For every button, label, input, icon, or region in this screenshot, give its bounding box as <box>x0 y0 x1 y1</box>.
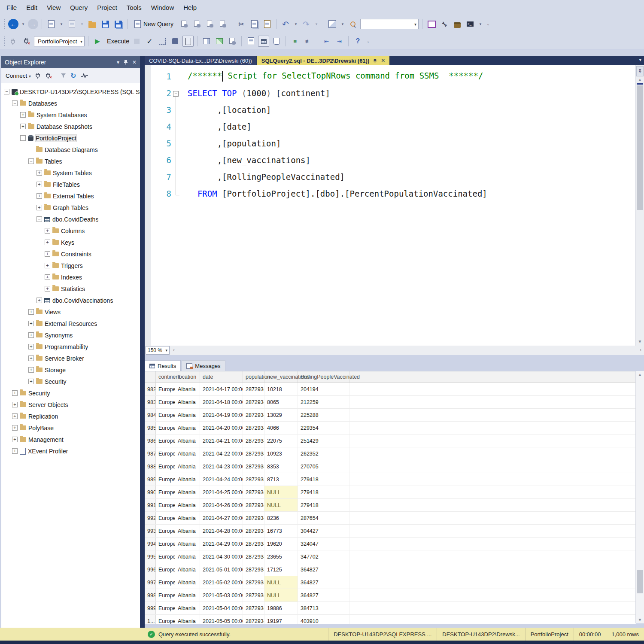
data-cell[interactable]: Albania <box>175 538 200 550</box>
data-cell[interactable]: 2021-04-28 00:00:00.000 <box>200 525 243 537</box>
data-cell[interactable]: NULL <box>264 499 298 511</box>
data-cell[interactable]: 2872934 <box>243 422 264 434</box>
column-header-continent[interactable]: continent <box>156 371 175 383</box>
tree-item-triggers[interactable]: +Triggers <box>1 260 140 271</box>
data-cell[interactable]: 2872934 <box>243 486 264 498</box>
expand-icon[interactable]: + <box>45 228 50 234</box>
results-to-text-icon[interactable] <box>245 36 256 47</box>
data-cell[interactable]: 304427 <box>298 525 349 537</box>
data-cell[interactable]: 2872934 <box>243 576 264 589</box>
data-cell[interactable]: 2021-04-19 00:00:00.000 <box>200 409 243 421</box>
toolbar-grip[interactable] <box>3 19 6 29</box>
row-number-cell[interactable]: 993 <box>145 525 156 537</box>
scroll-down-icon[interactable]: ▼ <box>636 617 644 622</box>
expand-icon[interactable]: + <box>45 263 50 268</box>
column-header-population[interactable]: population <box>243 371 264 383</box>
tree-item-portfolioproject[interactable]: −PortfolioProject <box>1 132 140 144</box>
toolbar-overflow-icon[interactable]: ⌄ <box>365 36 371 47</box>
row-number-cell[interactable]: 999 <box>145 602 156 614</box>
increase-indent-icon[interactable]: ⇥ <box>334 36 345 47</box>
add-item-dropdown-icon[interactable]: ▾ <box>79 18 85 30</box>
menu-query[interactable]: Query <box>65 1 92 14</box>
data-cell[interactable]: 2021-05-02 00:00:00.000 <box>200 576 243 589</box>
data-cell[interactable]: 364827 <box>298 576 349 589</box>
row-number-cell[interactable]: 996 <box>145 563 156 576</box>
tree-item-service-broker[interactable]: +Service Broker <box>1 352 140 364</box>
data-cell[interactable]: 2021-04-27 00:00:00.000 <box>200 512 243 524</box>
tree-item-filetables[interactable]: +FileTables <box>1 179 140 190</box>
row-number-cell[interactable]: 982 <box>145 383 156 395</box>
data-cell[interactable]: 2872934 <box>243 525 264 537</box>
menu-help[interactable]: Help <box>179 1 201 14</box>
tree-item-constraints[interactable]: +Constraints <box>1 248 140 260</box>
find-combobox[interactable]: ▾ <box>360 19 419 29</box>
data-cell[interactable]: 2872934 <box>243 383 264 395</box>
activity-dropdown-icon[interactable]: ▾ <box>340 18 346 30</box>
data-cell[interactable]: Europe <box>156 615 175 624</box>
data-cell[interactable]: 2021-05-05 00:00:00.000 <box>200 615 243 624</box>
expand-icon[interactable]: + <box>28 367 34 373</box>
tree-item-system-tables[interactable]: +System Tables <box>1 167 140 179</box>
row-number-cell[interactable]: 986 <box>145 434 156 447</box>
tree-item-external-resources[interactable]: +External Resources <box>1 318 140 329</box>
data-cell[interactable]: 8236 <box>264 512 298 524</box>
data-cell[interactable]: 8713 <box>264 473 298 486</box>
expand-icon[interactable]: + <box>12 402 18 407</box>
menu-file[interactable]: File <box>2 1 21 14</box>
data-cell[interactable]: Albania <box>175 512 200 524</box>
data-cell[interactable]: 10923 <box>264 447 298 460</box>
data-cell[interactable]: 2021-04-29 00:00:00.000 <box>200 538 243 550</box>
data-cell[interactable]: 16773 <box>264 525 298 537</box>
data-cell[interactable]: 2872934 <box>243 473 264 486</box>
row-number-cell[interactable]: 987 <box>145 447 156 460</box>
comment-selection-icon[interactable]: ≡ <box>289 36 301 47</box>
expand-icon[interactable]: + <box>45 240 50 245</box>
data-cell[interactable]: 19197 <box>264 615 298 624</box>
data-cell[interactable]: 279418 <box>298 486 349 498</box>
zoom-selector[interactable]: 150 % ▾ <box>146 346 170 355</box>
expand-icon[interactable]: + <box>36 298 42 303</box>
add-item-button[interactable] <box>66 18 77 30</box>
connect-object-icon[interactable] <box>35 73 41 79</box>
data-cell[interactable]: Europe <box>156 409 175 421</box>
row-number-cell[interactable]: 998 <box>145 589 156 601</box>
data-cell[interactable]: 2872934 <box>243 602 264 614</box>
data-cell[interactable]: 2021-04-17 00:00:00.000 <box>200 383 243 395</box>
data-cell[interactable]: 279418 <box>298 473 349 486</box>
tree-item-keys[interactable]: +Keys <box>1 237 140 248</box>
expand-icon[interactable]: + <box>12 413 18 419</box>
collapse-icon[interactable]: − <box>28 158 34 164</box>
pin-icon[interactable] <box>373 58 377 63</box>
editor-hscrollbar[interactable]: ‹ › <box>170 346 644 355</box>
data-cell[interactable]: 364827 <box>298 589 349 601</box>
data-cell[interactable]: 324047 <box>298 538 349 550</box>
data-cell[interactable]: 262352 <box>298 447 349 460</box>
tree-item-desktop-u143dp2-sqlexpress-sql-server-15[interactable]: −DESKTOP-U143DP2\SQLEXPRESS (SQL Server … <box>1 86 140 97</box>
column-header-new-vaccinations[interactable]: new_vaccinations <box>264 371 298 383</box>
data-cell[interactable]: 10218 <box>264 383 298 395</box>
data-cell[interactable]: Albania <box>175 460 200 473</box>
navigate-forward-button[interactable]: → <box>28 19 38 29</box>
data-cell[interactable]: 251429 <box>298 434 349 447</box>
data-cell[interactable]: 347702 <box>298 550 349 563</box>
menu-edit[interactable]: Edit <box>21 1 42 14</box>
expand-icon[interactable]: + <box>45 251 50 257</box>
data-cell[interactable]: 2021-04-25 00:00:00.000 <box>200 486 243 498</box>
wrench-icon[interactable]: 🔧︎ <box>439 18 450 30</box>
tree-item-security[interactable]: +Security <box>1 376 140 387</box>
data-cell[interactable]: 225288 <box>298 409 349 421</box>
tree-item-xevent-profiler[interactable]: +XEvent Profiler <box>1 445 140 457</box>
results-to-grid-icon[interactable] <box>258 36 269 47</box>
row-number-cell[interactable]: 988 <box>145 460 156 473</box>
decrease-indent-icon[interactable]: ⇤ <box>321 36 332 47</box>
data-cell[interactable]: 2021-04-30 00:00:00.000 <box>200 550 243 563</box>
expand-icon[interactable]: + <box>12 448 18 454</box>
collapse-icon[interactable]: − <box>12 100 18 106</box>
data-cell[interactable]: 2872934 <box>243 396 264 408</box>
collapse-icon[interactable]: − <box>4 89 9 94</box>
data-cell[interactable]: Europe <box>156 525 175 537</box>
data-cell[interactable]: 2872934 <box>243 589 264 601</box>
data-cell[interactable]: 17125 <box>264 563 298 576</box>
tree-item-system-databases[interactable]: +System Databases <box>1 109 140 121</box>
tree-item-security[interactable]: +Security <box>1 387 140 399</box>
